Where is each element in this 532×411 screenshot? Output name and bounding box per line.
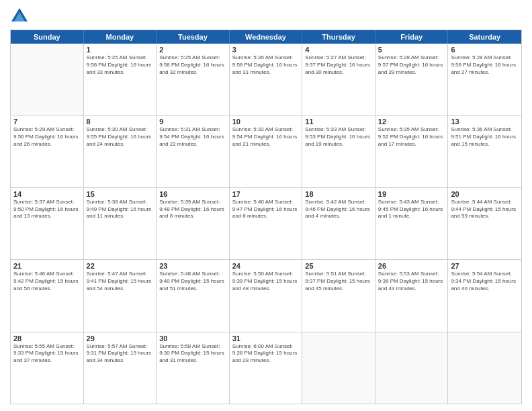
calendar-cell: 6Sunrise: 5:29 AM Sunset: 9:56 PM Daylig… xyxy=(448,44,521,115)
cell-info: Sunrise: 5:51 AM Sunset: 9:37 PM Dayligh… xyxy=(305,271,372,292)
calendar-cell: 28Sunrise: 5:55 AM Sunset: 9:33 PM Dayli… xyxy=(11,332,84,404)
calendar-cell xyxy=(375,332,449,404)
calendar-cell: 3Sunrise: 5:26 AM Sunset: 9:58 PM Daylig… xyxy=(230,44,303,115)
logo-icon xyxy=(10,7,29,26)
cell-info: Sunrise: 5:35 AM Sunset: 9:52 PM Dayligh… xyxy=(378,126,445,148)
cell-info: Sunrise: 5:50 AM Sunset: 9:39 PM Dayligh… xyxy=(232,271,300,292)
cell-info: Sunrise: 5:28 AM Sunset: 9:57 PM Dayligh… xyxy=(378,54,445,76)
day-number: 30 xyxy=(159,334,226,342)
calendar-cell: 18Sunrise: 5:42 AM Sunset: 9:46 PM Dayli… xyxy=(302,188,375,259)
calendar-cell: 31Sunrise: 6:00 AM Sunset: 9:28 PM Dayli… xyxy=(230,332,303,404)
cell-info: Sunrise: 5:32 AM Sunset: 9:54 PM Dayligh… xyxy=(232,126,300,148)
day-number: 7 xyxy=(13,118,81,126)
calendar-cell: 5Sunrise: 5:28 AM Sunset: 9:57 PM Daylig… xyxy=(375,44,449,115)
calendar-cell: 19Sunrise: 5:43 AM Sunset: 9:45 PM Dayli… xyxy=(375,188,449,259)
cell-info: Sunrise: 5:36 AM Sunset: 9:51 PM Dayligh… xyxy=(451,126,519,148)
calendar-row: 21Sunrise: 5:46 AM Sunset: 9:42 PM Dayli… xyxy=(11,259,521,331)
day-number: 27 xyxy=(451,262,519,270)
cell-info: Sunrise: 5:38 AM Sunset: 9:49 PM Dayligh… xyxy=(87,199,154,220)
calendar-cell: 24Sunrise: 5:50 AM Sunset: 9:39 PM Dayli… xyxy=(230,260,303,331)
day-number: 22 xyxy=(87,262,154,270)
calendar-header: SundayMondayTuesdayWednesdayThursdayFrid… xyxy=(11,30,521,44)
day-number: 2 xyxy=(159,46,226,54)
day-number: 28 xyxy=(13,334,81,342)
cell-info: Sunrise: 5:25 AM Sunset: 9:58 PM Dayligh… xyxy=(159,54,226,76)
calendar-cell: 4Sunrise: 5:27 AM Sunset: 9:57 PM Daylig… xyxy=(302,44,375,115)
calendar-cell: 12Sunrise: 5:35 AM Sunset: 9:52 PM Dayli… xyxy=(375,116,449,187)
day-number: 10 xyxy=(232,118,300,126)
day-number: 26 xyxy=(378,262,445,270)
day-number: 24 xyxy=(232,262,300,270)
cell-info: Sunrise: 5:29 AM Sunset: 9:56 PM Dayligh… xyxy=(13,126,81,148)
cell-info: Sunrise: 5:39 AM Sunset: 9:48 PM Dayligh… xyxy=(159,199,226,220)
day-number: 8 xyxy=(87,118,154,126)
cell-info: Sunrise: 5:26 AM Sunset: 9:58 PM Dayligh… xyxy=(232,54,300,76)
cell-info: Sunrise: 5:47 AM Sunset: 9:41 PM Dayligh… xyxy=(87,271,154,292)
calendar-cell: 14Sunrise: 5:37 AM Sunset: 9:50 PM Dayli… xyxy=(11,188,84,259)
calendar-cell: 22Sunrise: 5:47 AM Sunset: 9:41 PM Dayli… xyxy=(84,260,157,331)
cell-info: Sunrise: 5:31 AM Sunset: 9:54 PM Dayligh… xyxy=(159,126,226,148)
cell-info: Sunrise: 5:43 AM Sunset: 9:45 PM Dayligh… xyxy=(378,199,445,220)
day-number: 31 xyxy=(232,334,300,342)
day-number: 3 xyxy=(232,46,300,54)
calendar-cell: 11Sunrise: 5:33 AM Sunset: 9:53 PM Dayli… xyxy=(302,116,375,187)
calendar-cell: 27Sunrise: 5:54 AM Sunset: 9:34 PM Dayli… xyxy=(448,260,521,331)
cell-info: Sunrise: 5:55 AM Sunset: 9:33 PM Dayligh… xyxy=(13,343,81,365)
cell-info: Sunrise: 5:37 AM Sunset: 9:50 PM Dayligh… xyxy=(13,199,81,220)
calendar-row: 28Sunrise: 5:55 AM Sunset: 9:33 PM Dayli… xyxy=(11,332,521,404)
day-number: 14 xyxy=(13,190,81,198)
logo xyxy=(10,7,32,26)
calendar-cell: 2Sunrise: 5:25 AM Sunset: 9:58 PM Daylig… xyxy=(157,44,230,115)
calendar-cell xyxy=(448,332,521,404)
day-number: 29 xyxy=(87,334,154,342)
calendar-header-day: Saturday xyxy=(448,30,521,44)
day-number: 9 xyxy=(159,118,226,126)
calendar-cell: 13Sunrise: 5:36 AM Sunset: 9:51 PM Dayli… xyxy=(448,116,521,187)
day-number: 23 xyxy=(159,262,226,270)
day-number: 1 xyxy=(87,46,154,54)
calendar-cell xyxy=(302,332,375,404)
calendar-cell: 30Sunrise: 5:58 AM Sunset: 9:30 PM Dayli… xyxy=(157,332,230,404)
day-number: 25 xyxy=(305,262,372,270)
calendar-cell: 26Sunrise: 5:53 AM Sunset: 9:36 PM Dayli… xyxy=(375,260,449,331)
calendar: SundayMondayTuesdayWednesdayThursdayFrid… xyxy=(10,30,522,404)
day-number: 11 xyxy=(305,118,372,126)
day-number: 13 xyxy=(451,118,519,126)
calendar-header-day: Wednesday xyxy=(230,30,303,44)
calendar-cell: 20Sunrise: 5:44 AM Sunset: 9:44 PM Dayli… xyxy=(448,188,521,259)
calendar-cell: 1Sunrise: 5:25 AM Sunset: 9:58 PM Daylig… xyxy=(84,44,157,115)
day-number: 15 xyxy=(87,190,154,198)
calendar-header-day: Thursday xyxy=(302,30,375,44)
calendar-header-day: Monday xyxy=(84,30,157,44)
day-number: 12 xyxy=(378,118,445,126)
day-number: 21 xyxy=(13,262,81,270)
cell-info: Sunrise: 5:42 AM Sunset: 9:46 PM Dayligh… xyxy=(305,199,372,220)
cell-info: Sunrise: 5:54 AM Sunset: 9:34 PM Dayligh… xyxy=(451,271,519,292)
header xyxy=(10,7,522,26)
calendar-cell: 21Sunrise: 5:46 AM Sunset: 9:42 PM Dayli… xyxy=(11,260,84,331)
day-number: 20 xyxy=(451,190,519,198)
calendar-header-day: Tuesday xyxy=(157,30,230,44)
calendar-header-day: Friday xyxy=(375,30,449,44)
cell-info: Sunrise: 5:48 AM Sunset: 9:40 PM Dayligh… xyxy=(159,271,226,292)
page: SundayMondayTuesdayWednesdayThursdayFrid… xyxy=(0,0,532,411)
calendar-row: 7Sunrise: 5:29 AM Sunset: 9:56 PM Daylig… xyxy=(11,115,521,187)
cell-info: Sunrise: 5:53 AM Sunset: 9:36 PM Dayligh… xyxy=(378,271,445,292)
cell-info: Sunrise: 5:58 AM Sunset: 9:30 PM Dayligh… xyxy=(159,343,226,365)
calendar-cell: 29Sunrise: 5:57 AM Sunset: 9:31 PM Dayli… xyxy=(84,332,157,404)
cell-info: Sunrise: 6:00 AM Sunset: 9:28 PM Dayligh… xyxy=(232,343,300,365)
day-number: 16 xyxy=(159,190,226,198)
calendar-cell xyxy=(11,44,84,115)
calendar-cell: 25Sunrise: 5:51 AM Sunset: 9:37 PM Dayli… xyxy=(302,260,375,331)
cell-info: Sunrise: 5:57 AM Sunset: 9:31 PM Dayligh… xyxy=(87,343,154,365)
day-number: 18 xyxy=(305,190,372,198)
calendar-cell: 16Sunrise: 5:39 AM Sunset: 9:48 PM Dayli… xyxy=(157,188,230,259)
cell-info: Sunrise: 5:44 AM Sunset: 9:44 PM Dayligh… xyxy=(451,199,519,220)
calendar-row: 1Sunrise: 5:25 AM Sunset: 9:58 PM Daylig… xyxy=(11,44,521,115)
day-number: 19 xyxy=(378,190,445,198)
day-number: 17 xyxy=(232,190,300,198)
calendar-cell: 7Sunrise: 5:29 AM Sunset: 9:56 PM Daylig… xyxy=(11,116,84,187)
calendar-cell: 10Sunrise: 5:32 AM Sunset: 9:54 PM Dayli… xyxy=(230,116,303,187)
cell-info: Sunrise: 5:25 AM Sunset: 9:58 PM Dayligh… xyxy=(87,54,154,76)
cell-info: Sunrise: 5:33 AM Sunset: 9:53 PM Dayligh… xyxy=(305,126,372,148)
